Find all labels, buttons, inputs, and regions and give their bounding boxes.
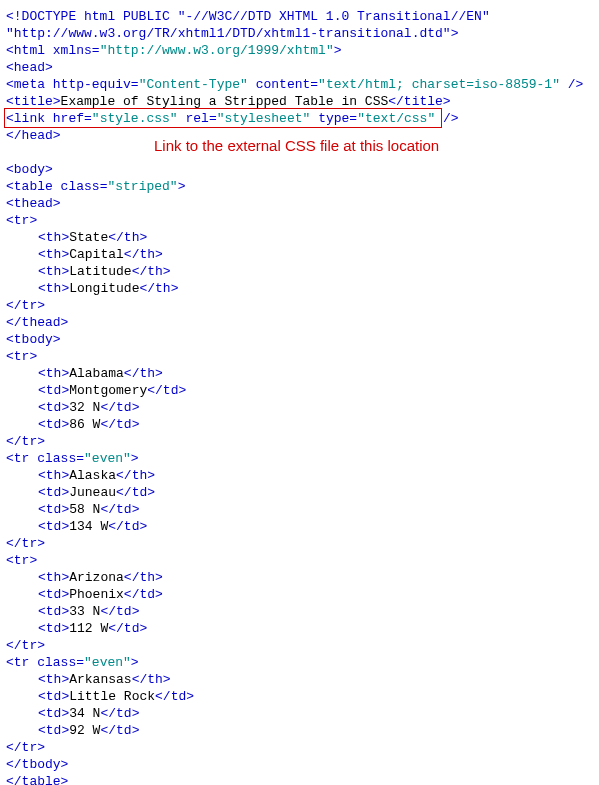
code-line-r3-capital: <td>Phoenix</td> xyxy=(6,586,593,603)
code-line-r2-lat: <td>58 N</td> xyxy=(6,501,593,518)
code-line-link: <link href="style.css" rel="stylesheet" … xyxy=(6,110,593,127)
code-line-tr-open-3: <tr> xyxy=(6,552,593,569)
code-line-table-open: <table class="striped"> xyxy=(6,178,593,195)
code-line-tr-close-4: </tr> xyxy=(6,739,593,756)
code-line-r4-lon: <td>92 W</td> xyxy=(6,722,593,739)
code-line-th-state: <th>State</th> xyxy=(6,229,593,246)
code-line-r1-capital: <td>Montgomery</td> xyxy=(6,382,593,399)
code-line-r3-lon: <td>112 W</td> xyxy=(6,620,593,637)
annotation-callout-text: Link to the external CSS file at this lo… xyxy=(154,137,439,154)
code-line-tr-open-4: <tr class="even"> xyxy=(6,654,593,671)
code-line-tbody-open: <tbody> xyxy=(6,331,593,348)
code-line-tr-open-1: <tr> xyxy=(6,348,593,365)
code-line-table-close: </table> xyxy=(6,773,593,785)
code-line-th-capital: <th>Capital</th> xyxy=(6,246,593,263)
code-line-r1-state: <th>Alabama</th> xyxy=(6,365,593,382)
code-line-doctype-1: <!DOCTYPE html PUBLIC "-//W3C//DTD XHTML… xyxy=(6,8,593,25)
code-line-th-lon: <th>Longitude</th> xyxy=(6,280,593,297)
code-line-r4-state: <th>Arkansas</th> xyxy=(6,671,593,688)
code-line-html-open: <html xmlns="http://www.w3.org/1999/xhtm… xyxy=(6,42,593,59)
code-line-meta: <meta http-equiv="Content-Type" content=… xyxy=(6,76,593,93)
code-line-tr-open-2: <tr class="even"> xyxy=(6,450,593,467)
code-line-body-open: <body> xyxy=(6,161,593,178)
code-line-r1-lat: <td>32 N</td> xyxy=(6,399,593,416)
code-line-th-lat: <th>Latitude</th> xyxy=(6,263,593,280)
code-line-tr-close-2: </tr> xyxy=(6,535,593,552)
code-line-thead-open: <thead> xyxy=(6,195,593,212)
code-line-tr-close-3: </tr> xyxy=(6,637,593,654)
code-line-tr-open-h: <tr> xyxy=(6,212,593,229)
code-line-r2-lon: <td>134 W</td> xyxy=(6,518,593,535)
code-line-tr-close-h: </tr> xyxy=(6,297,593,314)
code-line-r1-lon: <td>86 W</td> xyxy=(6,416,593,433)
code-line-r3-lat: <td>33 N</td> xyxy=(6,603,593,620)
code-line-r2-state: <th>Alaska</th> xyxy=(6,467,593,484)
code-line-thead-close: </thead> xyxy=(6,314,593,331)
code-line-tr-close-1: </tr> xyxy=(6,433,593,450)
code-line-tbody-close: </tbody> xyxy=(6,756,593,773)
code-line-r3-state: <th>Arizona</th> xyxy=(6,569,593,586)
code-line-r4-capital: <td>Little Rock</td> xyxy=(6,688,593,705)
code-line-title: <title>Example of Styling a Stripped Tab… xyxy=(6,93,593,110)
code-line-doctype-2: "http://www.w3.org/TR/xhtml1/DTD/xhtml1-… xyxy=(6,25,593,42)
code-line-head-open: <head> xyxy=(6,59,593,76)
code-line-r4-lat: <td>34 N</td> xyxy=(6,705,593,722)
code-line-r2-capital: <td>Juneau</td> xyxy=(6,484,593,501)
